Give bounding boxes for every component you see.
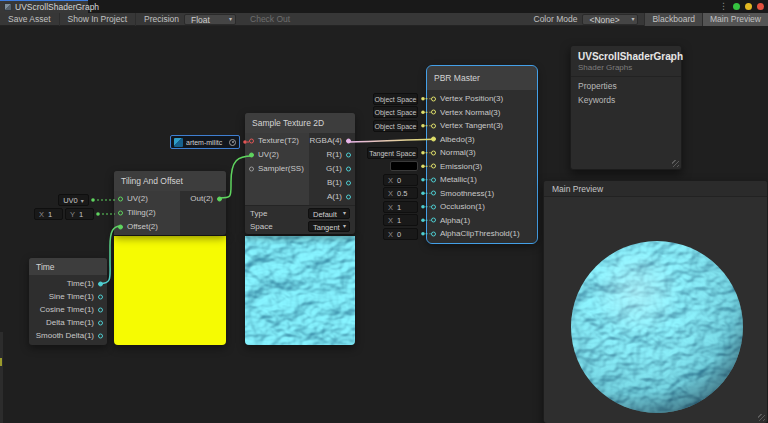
blackboard-toggle-button[interactable]: Blackboard [644,13,702,26]
object-picker-icon[interactable] [229,139,236,146]
texture-asset-name: artem-militc [186,139,226,146]
node-time-title[interactable]: Time [29,258,107,275]
show-in-project-button[interactable]: Show In Project [60,13,137,26]
port-time-out[interactable] [98,281,103,286]
tab-bar: UVScrollShaderGraph ⋮ [0,0,768,13]
main-preview-viewport[interactable] [544,197,767,423]
vertex-tangent-space-dropdown[interactable]: Object Space [373,120,418,132]
alpha-x-field[interactable]: X 1 [383,214,418,226]
main-preview-header[interactable]: Main Preview [544,181,767,197]
port-cosine-time-out[interactable] [98,307,103,312]
port-occlusion-in[interactable] [431,204,436,209]
port-metallic-in[interactable] [431,177,436,182]
port-sample-g-out[interactable] [346,167,351,172]
normal-space-dropdown[interactable]: Tangent Space [367,147,418,159]
node-sample-texture-2d[interactable]: Sample Texture 2D Texture(T2) RGBA(4) UV… [245,113,355,234]
shader-graph-window: UVScrollShaderGraph ⋮ Save Asset Show In… [0,0,768,423]
port-sample-sampler-in[interactable] [249,167,254,172]
port-tiling-tiling-in[interactable] [118,211,123,216]
tiling-input-label: Tiling(2) [127,206,226,220]
blackboard-title: UVScrollShaderGraph [578,51,674,62]
smoothness-x-field[interactable]: X 0.5 [383,187,418,199]
tab-title: UVScrollShaderGraph [15,2,99,12]
blackboard-section-keywords[interactable]: Keywords [571,91,681,105]
pbr-input-label: Emission(3) [440,160,537,174]
pbr-input-label: Metallic(1) [440,173,537,187]
main-preview-toggle-button[interactable]: Main Preview [702,13,768,26]
time-output-label: Sine Time(1) [29,290,94,303]
main-preview-panel[interactable]: Main Preview [543,180,768,423]
port-smooth-delta-out[interactable] [98,333,103,338]
resize-grip[interactable] [758,414,765,421]
sample-type-dropdown[interactable]: Default ▾ [308,208,350,219]
node-pbr-title[interactable]: PBR Master [427,66,537,90]
port-normal-in[interactable] [431,150,436,155]
port-sample-r-out[interactable] [346,153,351,158]
precision-dropdown[interactable]: Float ▾ [184,14,236,25]
port-tiling-offset-in[interactable] [118,225,123,230]
node-tiling-and-offset[interactable]: Tiling And Offset UV(2) Out(2) Tiling(2) [114,171,226,235]
port-sample-texture-in[interactable] [249,139,254,144]
offscreen-node-sliver [0,332,3,423]
tiling-y-field[interactable]: Y 1 [65,208,94,220]
add-property-button[interactable]: + [668,55,675,65]
pbr-input-label: Smoothness(1) [440,187,537,201]
blackboard-subtitle: Shader Graphs [578,63,674,72]
vertex-position-space-dropdown[interactable]: Object Space [373,93,418,105]
port-sample-uv-in[interactable] [249,153,254,158]
port-sample-a-out[interactable] [346,195,351,200]
port-delta-time-out[interactable] [98,320,103,325]
port-vertex-tangent-in[interactable] [431,123,436,128]
pbr-input-label: Vertex Position(3) [440,92,537,106]
node-sample-title[interactable]: Sample Texture 2D [245,113,355,133]
port-alphaclip-in[interactable] [431,231,436,236]
sample-space-dropdown[interactable]: Tangent ▾ [308,221,350,232]
pbr-input-label: Albedo(3) [440,133,537,147]
graph-toolbar: Save Asset Show In Project Precision Flo… [0,13,768,26]
metallic-x-field[interactable]: X 0 [383,174,418,186]
tab-uvscrollshadergraph[interactable]: UVScrollShaderGraph [0,0,88,13]
node-pbr-master[interactable]: PBR Master Vertex Position(3) Vertex Nor… [427,66,537,243]
graph-canvas[interactable]: Time Time(1) Sine Time(1) Cosine Time(1)… [0,26,768,423]
color-mode-dropdown[interactable]: <None> ▾ [582,14,638,25]
occlusion-x-field[interactable]: X 1 [383,201,418,213]
port-sine-time-out[interactable] [98,294,103,299]
alphaclip-x-field[interactable]: X 0 [383,228,418,240]
port-albedo-in[interactable] [431,137,436,142]
port-alpha-in[interactable] [431,218,436,223]
port-vertex-normal-in[interactable] [431,110,436,115]
kebab-menu-icon[interactable]: ⋮ [719,0,728,13]
save-asset-button[interactable]: Save Asset [0,13,60,26]
tiling-x-field[interactable]: X 1 [34,208,63,220]
uv-channel-dropdown[interactable]: UV0 ▾ [58,194,89,206]
port-sample-rgba-out[interactable] [346,139,351,144]
port-emission-in[interactable] [431,164,436,169]
resize-grip[interactable] [672,160,679,167]
texture-asset-field[interactable]: artem-militc [170,135,240,149]
chevron-down-icon: ▾ [343,208,346,219]
emission-color-swatch[interactable] [390,161,418,171]
window-dot-yellow[interactable] [745,3,752,10]
preview-sphere[interactable] [569,239,745,415]
time-output-label: Time(1) [29,277,94,290]
offscreen-node-port [0,358,2,366]
window-dot-red[interactable] [757,3,764,10]
blackboard-header[interactable]: UVScrollShaderGraph Shader Graphs + [571,46,681,77]
pbr-input-label: Occlusion(1) [440,200,537,214]
blackboard-section-properties[interactable]: Properties [571,77,681,91]
texture-thumbnail [174,138,183,147]
check-out-button: Check Out [242,13,298,26]
port-tiling-out[interactable] [217,197,222,202]
port-tiling-uv-in[interactable] [118,197,123,202]
sample-type-label: Type [250,209,267,218]
color-mode-label: Color Mode [526,14,583,24]
node-tiling-title[interactable]: Tiling And Offset [114,171,226,191]
blackboard-panel[interactable]: UVScrollShaderGraph Shader Graphs + Prop… [570,45,682,170]
time-output-label: Cosine Time(1) [29,303,94,316]
port-smoothness-in[interactable] [431,191,436,196]
node-time[interactable]: Time Time(1) Sine Time(1) Cosine Time(1)… [29,258,107,345]
port-vertex-position-in[interactable] [431,96,436,101]
window-dot-green[interactable] [733,3,740,10]
port-sample-b-out[interactable] [346,181,351,186]
vertex-normal-space-dropdown[interactable]: Object Space [373,106,418,118]
